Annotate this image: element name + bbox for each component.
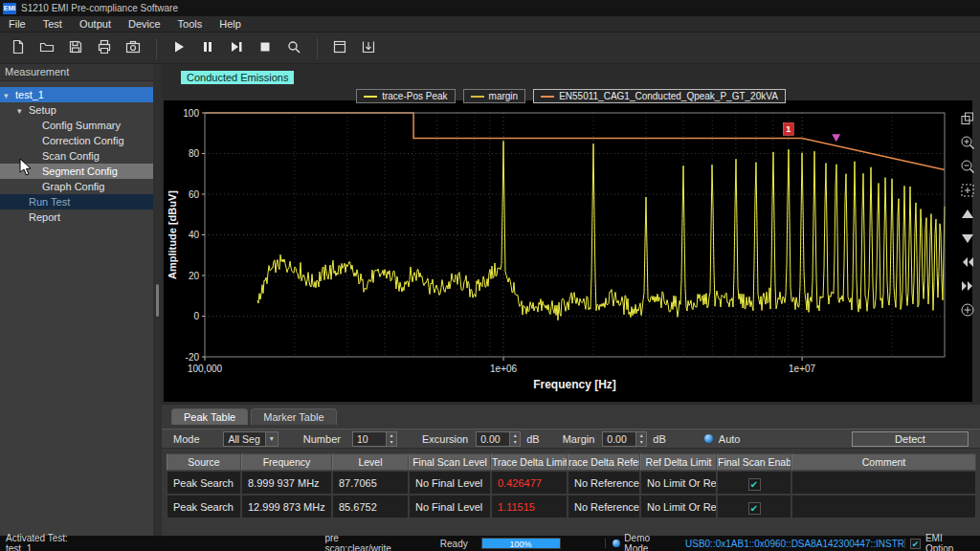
- copy-button[interactable]: [958, 112, 977, 129]
- column-header[interactable]: Frequency: [241, 453, 332, 471]
- print-button[interactable]: [91, 36, 117, 61]
- chart-title-badge: Conducted Emissions: [181, 71, 294, 84]
- cell-final-scan-enable: ✔: [717, 471, 791, 495]
- column-header[interactable]: Level: [332, 453, 409, 471]
- tab-peak-table[interactable]: Peak Table: [171, 408, 248, 425]
- tree-collapse-icon[interactable]: ▾: [4, 88, 15, 102]
- copy-icon: [959, 110, 976, 131]
- save-button[interactable]: [62, 36, 88, 61]
- scroll-down-button[interactable]: [958, 231, 977, 249]
- mode-dropdown[interactable]: All Seg ▾: [223, 431, 278, 447]
- measurement-tree: ▾test_1▾SetupConfig SummaryCorrection Co…: [0, 81, 153, 225]
- number-spinner[interactable]: ▴▾: [386, 432, 396, 446]
- progress-label: 100%: [482, 539, 560, 548]
- column-header[interactable]: Final Scan Level: [409, 453, 491, 471]
- spin-up-icon[interactable]: ▴: [510, 432, 520, 439]
- tree-item-report[interactable]: Report: [0, 209, 153, 225]
- margin-input[interactable]: 0.00 ▴▾: [602, 431, 647, 447]
- tree-item-test-1[interactable]: ▾test_1: [0, 87, 153, 102]
- panel-splitter[interactable]: [153, 64, 162, 536]
- legend-margin[interactable]: margin: [463, 89, 526, 103]
- continue-button[interactable]: [223, 36, 249, 61]
- pause-button[interactable]: [194, 36, 220, 61]
- page-right-button[interactable]: [958, 279, 977, 297]
- spin-down-icon[interactable]: ▾: [636, 439, 646, 446]
- menu-device[interactable]: Device: [120, 18, 169, 30]
- chevron-down-icon[interactable]: ▾: [265, 432, 278, 446]
- cell-ref-delta-limit: No Limit Or Ref: [640, 471, 717, 495]
- zoom-out-icon: [959, 158, 976, 179]
- tree-item-run-test[interactable]: Run Test: [0, 194, 153, 209]
- svg-text:Frequency [Hz]: Frequency [Hz]: [533, 378, 616, 391]
- cell-source: Peak Search: [167, 471, 241, 495]
- margin-spinner[interactable]: ▴▾: [635, 432, 646, 446]
- menu-test[interactable]: Test: [34, 18, 71, 30]
- column-header[interactable]: Ref Delta Limit: [640, 453, 717, 471]
- number-input[interactable]: 10 ▴▾: [352, 431, 397, 447]
- emissions-chart[interactable]: 100806040200-20100,0001e+061e+071Frequen…: [164, 100, 972, 402]
- menu-file[interactable]: File: [0, 18, 34, 30]
- tree-item-correction-config[interactable]: Correction Config: [0, 133, 153, 148]
- column-header[interactable]: Comment: [791, 453, 976, 471]
- cell-level: 87.7065: [332, 471, 409, 495]
- spin-down-icon[interactable]: ▾: [387, 439, 396, 446]
- table-row[interactable]: Peak Search8.999 937 MHz87.7065No Final …: [167, 471, 976, 495]
- new-file-button[interactable]: [5, 36, 31, 61]
- zoom-region-button[interactable]: [958, 184, 977, 201]
- excursion-input[interactable]: 0.00 ▴▾: [476, 431, 521, 447]
- column-header[interactable]: race Delta Referen: [568, 453, 640, 471]
- tree-item-setup[interactable]: ▾Setup: [0, 102, 153, 118]
- import-button[interactable]: [355, 36, 381, 61]
- scroll-up-button[interactable]: [958, 208, 977, 225]
- column-header[interactable]: Final Scan Enable: [717, 453, 791, 471]
- toolbar-separator: [309, 38, 318, 59]
- legend-color-swatch: [541, 96, 554, 98]
- spin-up-icon[interactable]: ▴: [636, 432, 646, 439]
- tree-item-graph-config[interactable]: Graph Config: [0, 179, 153, 194]
- tree-item-config-summary[interactable]: Config Summary: [0, 118, 153, 133]
- open-file-button[interactable]: [33, 36, 59, 61]
- zoom-in-button[interactable]: [958, 136, 977, 153]
- cell-final-scan-level: No Final Level: [409, 471, 491, 495]
- screenshot-button[interactable]: [120, 36, 145, 61]
- column-header[interactable]: Trace Delta Limit: [491, 453, 568, 471]
- legend-limit[interactable]: EN55011_CAG1_Conducted_Qpeak_P_GT_20kVA: [533, 89, 786, 103]
- tree-item-label: Segment Config: [42, 165, 118, 177]
- legend-trace[interactable]: trace-Pos Peak: [356, 89, 455, 103]
- main-content: Conducted Emissions trace-Pos Peakmargin…: [162, 64, 980, 536]
- run-button[interactable]: [166, 36, 191, 61]
- column-header[interactable]: Source: [167, 453, 241, 471]
- spin-down-icon[interactable]: ▾: [510, 439, 520, 446]
- emi-option-checkbox[interactable]: ✔: [910, 539, 921, 549]
- detect-button[interactable]: Detect: [852, 431, 969, 447]
- zoom-icon: [286, 39, 301, 58]
- autoscale-button[interactable]: [958, 303, 977, 320]
- zoom-out-button[interactable]: [958, 160, 977, 177]
- app-window: EMI S1210 EMI Pre-compliance Software Fi…: [0, 0, 980, 551]
- visa-address-label: USB0::0x1AB1::0x0960::DSA8A142300447::IN…: [685, 539, 904, 549]
- excursion-unit: dB: [526, 433, 539, 445]
- menu-help[interactable]: Help: [211, 18, 250, 30]
- spin-up-icon[interactable]: ▴: [387, 432, 396, 439]
- splitter-handle-icon[interactable]: [156, 284, 159, 317]
- menu-output[interactable]: Output: [71, 18, 120, 30]
- table-row[interactable]: Peak Search12.999 873 MHz85.6752No Final…: [167, 495, 976, 518]
- window-layout-button[interactable]: [326, 36, 352, 61]
- tree-collapse-icon[interactable]: ▾: [17, 103, 29, 118]
- page-left-button[interactable]: [958, 255, 977, 273]
- auto-led-icon[interactable]: [704, 434, 713, 443]
- auto-label: Auto: [719, 433, 741, 445]
- zoom-button[interactable]: [280, 36, 306, 61]
- cell-final-scan-enable: ✔: [717, 495, 791, 518]
- chart-legend: trace-Pos PeakmarginEN55011_CAG1_Conduct…: [200, 89, 942, 103]
- stop-icon: [257, 39, 273, 58]
- window-title: S1210 EMI Pre-compliance Software: [21, 3, 178, 13]
- mode-label: Mode: [173, 433, 200, 445]
- new-file-icon: [11, 39, 26, 58]
- stop-button[interactable]: [252, 36, 278, 61]
- menu-tools[interactable]: Tools: [169, 18, 212, 30]
- excursion-spinner[interactable]: ▴▾: [509, 432, 520, 446]
- tab-marker-table[interactable]: Marker Table: [251, 408, 336, 425]
- final-scan-enable-checkbox[interactable]: ✔: [748, 502, 761, 515]
- final-scan-enable-checkbox[interactable]: ✔: [748, 478, 761, 491]
